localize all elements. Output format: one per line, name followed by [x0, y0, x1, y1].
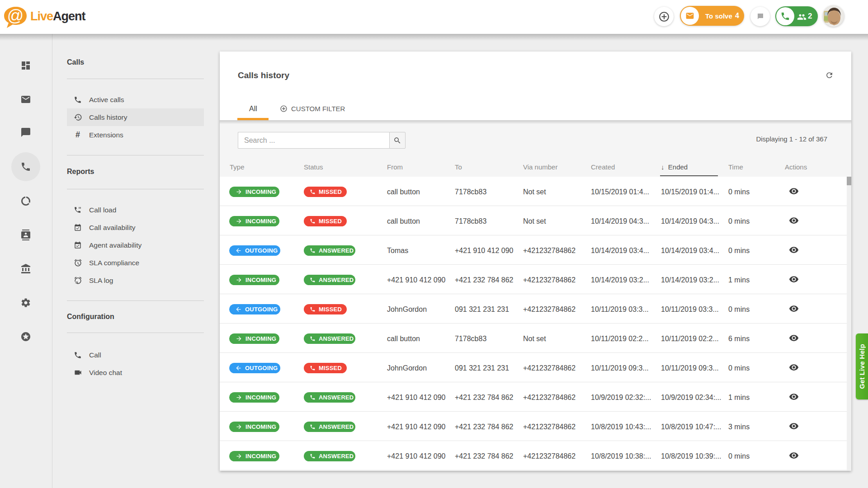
svg-text:@: @	[7, 7, 24, 25]
